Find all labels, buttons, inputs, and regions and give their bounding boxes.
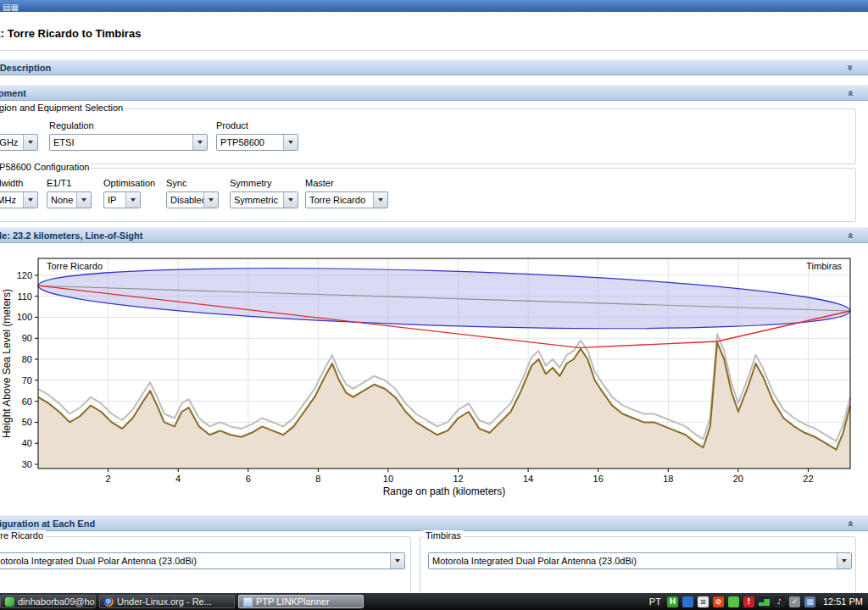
network-icon[interactable]: ▦: [804, 596, 815, 607]
regulation-value: ETSI: [50, 135, 192, 150]
symmetry-select[interactable]: Symmetric: [230, 191, 298, 208]
svg-text:4: 4: [175, 474, 181, 484]
e1t1-value: None: [47, 192, 76, 208]
taskbar-button-label: PTP LINKPlanner: [256, 596, 330, 607]
linkplanner-icon: [243, 597, 253, 607]
svg-text:50: 50: [22, 417, 32, 427]
svg-text:30: 30: [22, 459, 32, 469]
product-dropdown-button[interactable]: [283, 135, 298, 150]
messenger-tray-icon[interactable]: [728, 596, 739, 607]
updater-icon[interactable]: [682, 596, 693, 607]
bandwidth-dropdown-button[interactable]: [23, 192, 37, 208]
left-antenna-dropdown-button[interactable]: [390, 553, 404, 568]
master-label: Master: [305, 178, 334, 188]
linkplanner-window: Link: Torre Ricardo to Timbiras Link Des…: [0, 12, 868, 593]
dropdown-arrow-icon: [28, 198, 33, 202]
svg-text:80: 80: [22, 354, 32, 364]
expand-description-button[interactable]: »: [843, 62, 857, 74]
svg-text:Range on path (kilometers): Range on path (kilometers): [383, 485, 506, 497]
band-select[interactable]: 5.8 GHz: [0, 134, 38, 151]
chevron-down-icon: »: [844, 64, 856, 71]
window-titlebar: ▤▦: [0, 0, 868, 12]
svg-text:8: 8: [315, 474, 320, 484]
chevron-up-icon: »: [844, 520, 856, 527]
section-header-profile[interactable]: Profile: 23.2 kilometers, Line-of-Sight …: [0, 227, 868, 243]
firefox-icon: [104, 597, 114, 607]
dropdown-arrow-icon: [395, 559, 400, 563]
taskbar-button-label: Under-Linux.org - Re...: [117, 596, 212, 607]
antivirus-icon[interactable]: H: [667, 596, 678, 607]
title-separator: [0, 50, 868, 51]
taskbar-clock[interactable]: 12:51 PM: [823, 596, 863, 607]
tray-icons: H≡⊘!▃▆♪✓▦: [667, 596, 815, 607]
e1t1-select[interactable]: None: [47, 191, 92, 208]
master-select[interactable]: Torre Ricardo: [305, 191, 388, 208]
symmetry-dropdown-button[interactable]: [283, 192, 298, 208]
master-dropdown-button[interactable]: [373, 192, 387, 208]
system-tray: PT H≡⊘!▃▆♪✓▦ 12:51 PM: [649, 593, 863, 610]
collapse-ends-button[interactable]: »: [843, 518, 857, 530]
band-dropdown-button[interactable]: [23, 135, 37, 150]
chevron-up-icon: »: [844, 90, 856, 97]
region-equipment-group-title: Region and Equipment Selection: [0, 103, 125, 113]
section-header-ends[interactable]: Configuration at Each End »: [0, 515, 868, 531]
dropdown-arrow-icon: [28, 141, 33, 144]
document-tray-icon[interactable]: ≡: [698, 596, 709, 607]
messenger-icon: [5, 597, 14, 607]
regulation-select[interactable]: ETSI: [49, 134, 208, 151]
product-select[interactable]: PTP58600: [216, 134, 298, 151]
optimisation-select[interactable]: IP: [103, 191, 141, 208]
collapse-profile-button[interactable]: »: [843, 230, 857, 241]
bandwidth-label: Bandwidth: [0, 178, 23, 188]
sync-value: Disabled: [167, 192, 203, 208]
ptp-config-group-title: PTP58600 Configuration: [0, 162, 92, 172]
alert-icon[interactable]: !: [743, 596, 754, 607]
sync-select[interactable]: Disabled: [166, 191, 219, 208]
bandwidth-select[interactable]: 30 MHz: [0, 191, 38, 208]
svg-text:22: 22: [803, 474, 813, 484]
dropdown-arrow-icon: [288, 198, 293, 202]
right-antenna-select[interactable]: Motorola Integrated Dual Polar Antenna (…: [428, 552, 852, 569]
product-label: Product: [216, 120, 248, 130]
section-label-ends: Configuration at Each End: [0, 518, 95, 529]
right-end-title: Timbiras: [423, 530, 464, 541]
taskbar: dinhaborba09@ho... Under-Linux.org - Re.…: [0, 593, 868, 610]
taskbar-button-browser[interactable]: Under-Linux.org - Re...: [99, 595, 235, 608]
svg-text:120: 120: [17, 270, 32, 280]
signal-icon[interactable]: ▃▆: [759, 596, 770, 607]
symmetry-value: Symmetric: [231, 192, 283, 208]
right-antenna-value: Motorola Integrated Dual Polar Antenna (…: [429, 553, 837, 568]
e1t1-dropdown-button[interactable]: [76, 192, 91, 208]
taskbar-button-linkplanner[interactable]: PTP LINKPlanner: [238, 595, 364, 608]
optimisation-dropdown-button[interactable]: [125, 192, 140, 208]
svg-text:12: 12: [453, 474, 463, 484]
e1t1-label: E1/T1: [47, 178, 71, 188]
sync-dropdown-button[interactable]: [203, 192, 218, 208]
optimisation-value: IP: [104, 192, 125, 208]
right-antenna-dropdown-button[interactable]: [837, 553, 851, 568]
dropdown-arrow-icon: [288, 141, 293, 144]
svg-text:60: 60: [22, 396, 32, 407]
regulation-dropdown-button[interactable]: [192, 135, 207, 150]
svg-text:100: 100: [17, 312, 32, 322]
optimisation-label: Optimisation: [103, 178, 155, 188]
avast-icon[interactable]: ⊘: [713, 596, 724, 607]
svg-text:Torre Ricardo: Torre Ricardo: [47, 261, 103, 271]
volume-icon[interactable]: ♪: [774, 596, 785, 607]
product-value: PTP58600: [217, 135, 283, 150]
section-header-equipment[interactable]: Equipment »: [0, 85, 868, 101]
svg-text:18: 18: [663, 474, 673, 484]
symmetry-label: Symmetry: [230, 178, 272, 188]
collapse-equipment-button[interactable]: »: [843, 87, 857, 99]
taskbar-button-messenger[interactable]: dinhaborba09@ho...: [0, 595, 96, 608]
svg-text:10: 10: [383, 474, 393, 484]
section-header-description[interactable]: Link Description »: [0, 59, 868, 75]
dropdown-arrow-icon: [378, 198, 383, 202]
safely-remove-icon[interactable]: ✓: [789, 596, 800, 607]
band-value: 5.8 GHz: [0, 135, 23, 150]
master-value: Torre Ricardo: [306, 192, 373, 208]
language-indicator[interactable]: PT: [649, 596, 661, 607]
page-title: Link: Torre Ricardo to Timbiras: [0, 27, 141, 40]
svg-text:Height Above Sea Level (meters: Height Above Sea Level (meters): [1, 289, 13, 438]
left-antenna-select[interactable]: Motorola Integrated Dual Polar Antenna (…: [0, 552, 405, 569]
